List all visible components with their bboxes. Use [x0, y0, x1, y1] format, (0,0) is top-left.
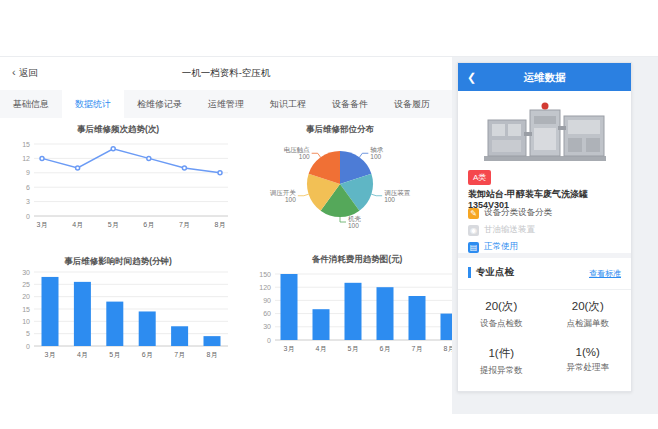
svg-text:事后维修部位分布: 事后维修部位分布: [306, 124, 375, 134]
panel-back-chevron-icon[interactable]: ❮: [467, 63, 476, 91]
svg-text:25: 25: [22, 281, 30, 288]
svg-text:0: 0: [26, 213, 30, 220]
section-title: 专业点检: [476, 266, 514, 279]
svg-text:6月: 6月: [143, 221, 154, 229]
stat-label: 提报异常数: [458, 365, 545, 377]
svg-text:7月: 7月: [174, 351, 185, 359]
svg-text:事后维修频次趋势(次): 事后维修频次趋势(次): [77, 124, 159, 134]
app-frame: ‹返回 一机一档资料-空压机 基础信息数据统计检维修记录运维管理知识工程设备备件…: [0, 0, 658, 429]
svg-text:100: 100: [285, 196, 296, 203]
svg-text:3月: 3月: [284, 345, 295, 353]
category-tag-icon: ✎: [468, 208, 479, 219]
section-header: 专业点检 查看标准: [468, 266, 621, 280]
svg-text:15: 15: [22, 306, 30, 313]
svg-text:备件消耗费用趋势图(元): 备件消耗费用趋势图(元): [311, 254, 403, 264]
stat-value: 20(次): [545, 299, 632, 314]
stat-label: 设备点检数: [458, 318, 545, 330]
bar-chart-spare-cost: 备件消耗费用趋势图(元)03060901201503月4月5月6月7月8月: [245, 250, 470, 375]
stat-item: 20(次)点检漏单数: [545, 299, 632, 330]
svg-text:7月: 7月: [412, 345, 423, 353]
svg-text:4月: 4月: [77, 351, 88, 359]
svg-text:4月: 4月: [316, 345, 327, 353]
page-title: 一机一档资料-空压机: [0, 67, 452, 80]
stat-value: 20(次): [458, 299, 545, 314]
card-header-title: 运维数据: [524, 71, 566, 83]
svg-text:5月: 5月: [348, 345, 359, 353]
svg-text:7月: 7月: [179, 221, 190, 229]
section-accent-bar: [468, 267, 471, 278]
tab-3[interactable]: 检维修记录: [124, 90, 195, 118]
svg-text:12: 12: [22, 155, 30, 162]
svg-text:3: 3: [26, 198, 30, 205]
svg-text:5月: 5月: [109, 351, 120, 359]
toolbar: ‹返回 一机一档资料-空压机: [0, 57, 452, 90]
svg-text:150: 150: [259, 271, 271, 278]
bottom-margin: [0, 414, 658, 429]
svg-text:90: 90: [263, 297, 271, 304]
info-row: ◉甘油输送装置: [468, 224, 624, 236]
equipment-image: [480, 96, 610, 168]
tab-1[interactable]: 基础信息: [0, 90, 62, 118]
svg-text:10: 10: [22, 318, 30, 325]
svg-text:3月: 3月: [45, 351, 56, 359]
view-standard-link[interactable]: 查看标准: [589, 268, 621, 279]
svg-text:60: 60: [263, 310, 271, 317]
svg-text:5: 5: [26, 330, 30, 337]
stat-value: 1(%): [545, 346, 632, 358]
info-row-label: 正常使用: [484, 241, 518, 253]
line-chart-repair-frequency: 事后维修频次趋势(次)036912153月4月5月6月7月8月: [8, 120, 240, 242]
tab-4[interactable]: 运维管理: [195, 90, 257, 118]
stat-item: 1(件)提报异常数: [458, 346, 545, 377]
info-row-label: 设备分类设备分类: [484, 207, 552, 219]
charts-area: 事后维修频次趋势(次)036912153月4月5月6月7月8月 事后维修部位分布…: [0, 118, 452, 414]
stat-item: 20(次)设备点检数: [458, 299, 545, 330]
tab-2[interactable]: 数据统计: [62, 90, 124, 118]
svg-text:0: 0: [26, 343, 30, 350]
info-row: ✎设备分类设备分类: [468, 207, 624, 219]
section-underline: [458, 289, 631, 290]
equipment-info-rows: ✎设备分类设备分类◉甘油输送装置▤正常使用: [468, 207, 624, 258]
svg-text:4月: 4月: [72, 221, 83, 229]
svg-text:20: 20: [22, 293, 30, 300]
device-type-icon: ◉: [468, 225, 479, 236]
svg-text:8月: 8月: [207, 351, 218, 359]
svg-text:100: 100: [370, 153, 381, 160]
section-divider: [458, 253, 631, 258]
stat-value: 1(件): [458, 346, 545, 361]
svg-text:9: 9: [26, 169, 30, 176]
stat-label: 异常处理率: [545, 362, 632, 374]
svg-text:100: 100: [384, 196, 395, 203]
svg-text:100: 100: [348, 222, 359, 229]
tab-7[interactable]: 设备履历: [381, 90, 443, 118]
bar-chart-repair-time: 事后维修影响时间趋势(分钟)0510152025303月4月5月6月7月8月: [8, 250, 240, 380]
pie-chart-repair-parts: 事后维修部位分布轴承100调压装置100机壳100调压开关100电压触点100: [262, 120, 442, 242]
stat-item: 1(%)异常处理率: [545, 346, 632, 377]
svg-text:0: 0: [267, 337, 271, 344]
maintenance-data-card: ❮ 运维数据 A类 装卸站台-甲醇装车废气洗涤罐1354V301 ✎设备分类设备…: [457, 62, 632, 392]
svg-text:100: 100: [299, 153, 310, 160]
svg-text:6月: 6月: [142, 351, 153, 359]
grade-badge: A类: [468, 170, 491, 185]
svg-text:30: 30: [263, 323, 271, 330]
svg-text:15: 15: [22, 141, 30, 148]
info-row-label: 甘油输送装置: [484, 224, 535, 236]
svg-text:3月: 3月: [37, 221, 48, 229]
tab-5[interactable]: 知识工程: [257, 90, 319, 118]
svg-text:30: 30: [22, 269, 30, 276]
svg-text:5月: 5月: [108, 221, 119, 229]
svg-text:事后维修影响时间趋势(分钟): 事后维修影响时间趋势(分钟): [64, 256, 172, 266]
status-doc-icon: ▤: [468, 242, 479, 253]
svg-text:6: 6: [26, 184, 30, 191]
svg-text:120: 120: [259, 284, 271, 291]
stat-label: 点检漏单数: [545, 318, 632, 330]
tab-6[interactable]: 设备备件: [319, 90, 381, 118]
info-row: ▤正常使用: [468, 241, 624, 253]
tab-bar: 基础信息数据统计检维修记录运维管理知识工程设备备件设备履历: [0, 90, 452, 119]
stats-grid: 20(次)设备点检数20(次)点检漏单数1(件)提报异常数1(%)异常处理率: [458, 299, 631, 377]
card-header: ❮ 运维数据: [458, 63, 631, 91]
svg-text:6月: 6月: [380, 345, 391, 353]
svg-text:8月: 8月: [215, 221, 226, 229]
